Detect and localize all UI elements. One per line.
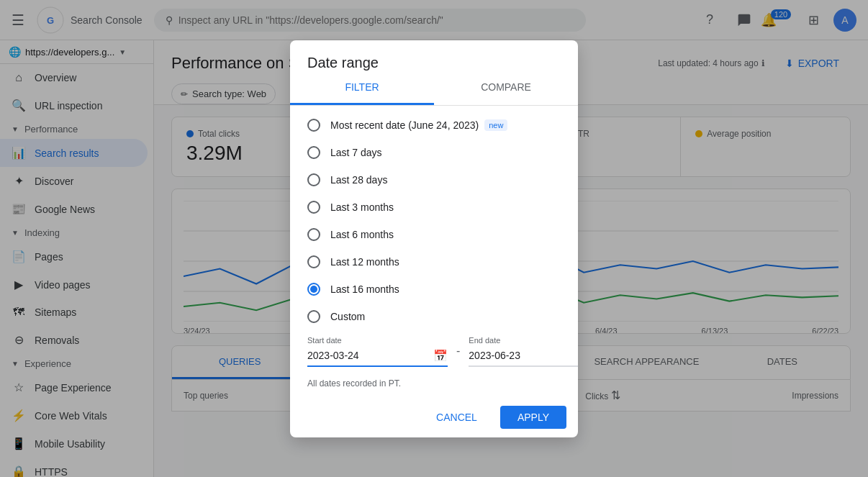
start-calendar-icon[interactable]: 📅 [433, 349, 448, 363]
radio-last-28-days[interactable]: Last 28 days [290, 166, 578, 194]
radio-custom[interactable]: Custom [290, 303, 578, 330]
radio-label-last-3m: Last 3 months [330, 201, 394, 213]
radio-circle-last-16m [307, 283, 320, 296]
new-badge: new [484, 119, 507, 131]
radio-most-recent[interactable]: Most recent date (June 24, 2023) new [290, 112, 578, 139]
radio-circle-last-28 [307, 173, 320, 186]
modal-tab-filter[interactable]: FILTER [290, 71, 434, 105]
radio-label-most-recent: Most recent date (June 24, 2023) new [330, 119, 507, 131]
radio-last-16-months[interactable]: Last 16 months [290, 276, 578, 303]
radio-circle-custom [307, 310, 320, 323]
radio-label-last-6m: Last 6 months [330, 229, 394, 240]
radio-label-last-7: Last 7 days [330, 147, 382, 158]
date-inputs: Start date 📅 - End date 📅 [290, 330, 578, 376]
date-separator: - [453, 345, 463, 358]
radio-circle-last-3m [307, 201, 320, 214]
radio-circle-most-recent [307, 119, 320, 132]
radio-last-12-months[interactable]: Last 12 months [290, 248, 578, 276]
date-range-modal: Date range FILTER COMPARE Most recent da… [290, 40, 578, 437]
end-date-input-group: 📅 [469, 346, 578, 367]
cancel-button[interactable]: CANCEL [419, 406, 494, 429]
apply-button[interactable]: APPLY [500, 406, 566, 429]
radio-label-last-16m: Last 16 months [330, 283, 399, 295]
date-note: All dates recorded in PT. [290, 376, 578, 397]
modal-tabs: FILTER COMPARE [290, 71, 578, 106]
start-date-group: Start date 📅 [307, 336, 448, 367]
end-date-input[interactable] [469, 350, 578, 361]
modal-overlay: Date range FILTER COMPARE Most recent da… [0, 0, 868, 477]
modal-title: Date range [290, 40, 578, 71]
radio-label-last-28: Last 28 days [330, 174, 387, 186]
end-date-label: End date [469, 336, 578, 345]
start-date-input-group: 📅 [307, 346, 448, 367]
radio-label-last-12m: Last 12 months [330, 256, 399, 268]
radio-circle-last-6m [307, 228, 320, 241]
end-date-group: End date 📅 [469, 336, 578, 367]
radio-circle-last-7 [307, 146, 320, 159]
start-date-label: Start date [307, 336, 448, 345]
start-date-input[interactable] [307, 350, 433, 361]
radio-last-7-days[interactable]: Last 7 days [290, 139, 578, 166]
modal-tab-compare[interactable]: COMPARE [434, 71, 578, 105]
radio-last-3-months[interactable]: Last 3 months [290, 194, 578, 221]
modal-actions: CANCEL APPLY [290, 397, 578, 437]
radio-label-custom: Custom [330, 311, 365, 322]
radio-last-6-months[interactable]: Last 6 months [290, 221, 578, 248]
radio-circle-last-12m [307, 255, 320, 268]
